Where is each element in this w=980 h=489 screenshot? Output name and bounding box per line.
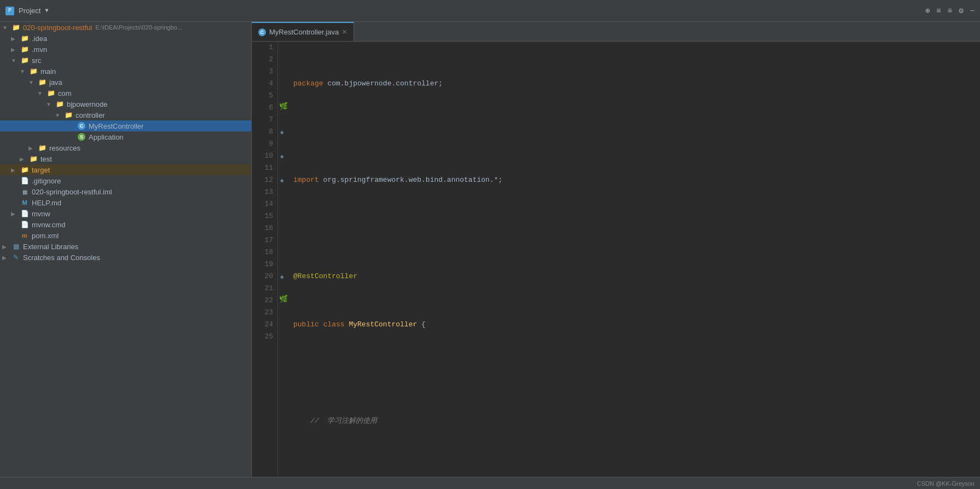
root-arrow: ▼ — [2, 25, 11, 31]
nav-icon-3[interactable]: ≡ — [948, 7, 952, 15]
sidebar-item-pom[interactable]: ▶ m pom.xml — [0, 230, 251, 241]
sidebar-item-src[interactable]: ▼ 📁 src — [0, 55, 251, 66]
controller-arrow: ▼ — [55, 112, 63, 118]
sidebar-item-resources[interactable]: ▶ 📁 resources — [0, 142, 251, 153]
java-folder-icon: 📁 — [37, 78, 47, 87]
gitignore-icon: 📄 — [20, 176, 30, 185]
bjpowernode-label: bjpowernode — [67, 100, 107, 108]
code-line-8: // 学习注解的使用 — [293, 415, 980, 427]
nav-icon-2[interactable]: ≡ — [936, 7, 941, 15]
settings-icon[interactable]: ⚙ — [959, 6, 963, 15]
mvnwcmd-icon: 📄 — [20, 220, 30, 229]
sidebar-item-myrestcontroller[interactable]: ▶ C MyRestController — [0, 120, 251, 131]
gutter: 🌿 🌿 ◈ ◈ ◈ ◈ — [278, 42, 289, 477]
minimize-icon[interactable]: − — [970, 7, 975, 15]
ln-13: 13 — [252, 186, 273, 198]
ln-16: 16 — [252, 222, 273, 234]
controller-label: controller — [76, 111, 105, 119]
title-bar: P Project ▼ ⊕ ≡ ≡ ⚙ − — [0, 0, 980, 22]
project-dropdown[interactable]: ▼ — [45, 8, 48, 14]
sidebar-item-gitignore[interactable]: ▶ 📄 .gitignore — [0, 175, 251, 186]
editor-container: C MyRestController.java ✕ 1 2 3 4 5 6 7 … — [252, 22, 980, 477]
mvn-arrow: ▶ — [11, 47, 20, 53]
sidebar-item-idea[interactable]: ▶ 📁 .idea — [0, 33, 251, 44]
sidebar-item-help[interactable]: ▶ M HELP.md — [0, 197, 251, 208]
md-icon: M — [20, 198, 30, 207]
code-line-1: package com.bjpowernode.controller; — [293, 78, 980, 90]
src-folder-icon: 📁 — [20, 56, 30, 65]
code-line-7 — [293, 367, 980, 379]
myrc-java-icon: C — [77, 122, 86, 130]
tab-java-icon: C — [258, 28, 266, 36]
idea-folder-icon: 📁 — [20, 34, 30, 43]
code-editor[interactable]: package com.bjpowernode.controller; impo… — [289, 42, 980, 477]
main-area: ▼ 📁 020-springboot-restful E:\IDEA\Proje… — [0, 22, 980, 477]
target-label: target — [32, 166, 50, 174]
root-label: 020-springboot-restful — [23, 24, 92, 32]
code-line-9 — [293, 463, 980, 475]
resources-label: resources — [49, 144, 80, 152]
sidebar-item-test[interactable]: ▶ 📁 test — [0, 153, 251, 164]
idea-arrow: ▶ — [11, 36, 20, 42]
target-arrow: ▶ — [11, 167, 20, 173]
iml-icon: ▦ — [20, 187, 30, 196]
myrc-label: MyRestController — [89, 122, 143, 130]
ext-lib-arrow: ▶ — [2, 244, 11, 250]
sidebar-item-ext-lib[interactable]: ▶ ▦ External Libraries — [0, 241, 251, 252]
com-folder-icon: 📁 — [46, 89, 56, 97]
ln-9: 9 — [252, 138, 273, 150]
idea-label: .idea — [32, 34, 47, 43]
sidebar-item-bjpowernode[interactable]: ▼ 📁 bjpowernode — [0, 99, 251, 110]
bjpowernode-folder-icon: 📁 — [55, 100, 65, 108]
ln-7: 7 — [252, 114, 273, 126]
mvnw-arrow: ▶ — [11, 211, 20, 217]
nav-icon-1[interactable]: ⊕ — [925, 6, 930, 15]
ln-25: 25 — [252, 331, 273, 343]
mvn-label: .mvn — [32, 45, 47, 54]
ln-4: 4 — [252, 78, 273, 90]
ln-3: 3 — [252, 66, 273, 78]
sidebar-item-target[interactable]: ▶ 📁 target — [0, 164, 251, 175]
tab-label: MyRestController.java — [269, 28, 339, 36]
sidebar-item-mvn[interactable]: ▶ 📁 .mvn — [0, 44, 251, 55]
pom-icon: m — [20, 231, 30, 240]
ln-6: 6 — [252, 102, 273, 114]
com-arrow: ▼ — [37, 90, 46, 96]
scratches-arrow: ▶ — [2, 255, 11, 261]
mvn-folder-icon: 📁 — [20, 45, 30, 54]
tree-root[interactable]: ▼ 📁 020-springboot-restful E:\IDEA\Proje… — [0, 22, 251, 33]
mvnwcmd-label: mvnw.cmd — [32, 221, 65, 229]
test-arrow: ▶ — [20, 156, 28, 162]
ln-15: 15 — [252, 210, 273, 222]
pom-label: pom.xml — [32, 232, 59, 240]
src-arrow: ▼ — [11, 57, 20, 64]
title-bar-left: P Project ▼ — [5, 7, 115, 15]
sidebar-item-mvnw[interactable]: ▶ 📄 mvnw — [0, 208, 251, 219]
help-label: HELP.md — [32, 199, 61, 207]
iml-label: 020-springboot-restful.iml — [32, 188, 112, 196]
sidebar-item-application[interactable]: ▶ S Application — [0, 131, 251, 142]
sidebar-item-java[interactable]: ▼ 📁 java — [0, 77, 251, 88]
resources-arrow: ▶ — [28, 145, 37, 151]
tab-close-icon[interactable]: ✕ — [342, 28, 347, 36]
java-label: java — [49, 78, 62, 87]
sidebar-item-com[interactable]: ▼ 📁 com — [0, 88, 251, 99]
line-numbers: 1 2 3 4 5 6 7 8 9 10 11 12 13 14 15 16 1… — [252, 42, 278, 477]
sidebar-item-mvnwcmd[interactable]: ▶ 📄 mvnw.cmd — [0, 219, 251, 230]
ln-14: 14 — [252, 198, 273, 210]
sidebar-item-main[interactable]: ▼ 📁 main — [0, 66, 251, 77]
main-arrow: ▼ — [20, 68, 28, 74]
ln-11: 11 — [252, 162, 273, 174]
mvnw-icon: 📄 — [20, 209, 30, 218]
sidebar-item-iml[interactable]: ▶ ▦ 020-springboot-restful.iml — [0, 186, 251, 197]
gitignore-label: .gitignore — [32, 177, 61, 185]
gutter-icon-22: 🌿 — [279, 295, 288, 303]
title-bar-icons: ⊕ ≡ ≡ ⚙ − — [925, 6, 975, 15]
java-arrow: ▼ — [28, 79, 37, 85]
ln-5: 5 — [252, 90, 273, 102]
sidebar-item-controller[interactable]: ▼ 📁 controller — [0, 110, 251, 120]
ln-2: 2 — [252, 54, 273, 66]
root-folder-icon: 📁 — [11, 23, 21, 32]
tab-myrestcontroller[interactable]: C MyRestController.java ✕ — [252, 22, 354, 41]
sidebar-item-scratches[interactable]: ▶ ✎ Scratches and Consoles — [0, 252, 251, 263]
